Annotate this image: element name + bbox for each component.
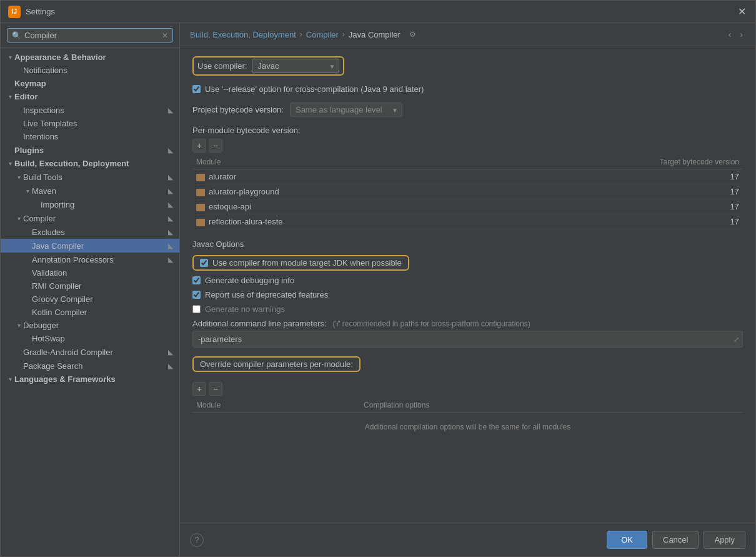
module-name: estoque-api	[209, 202, 251, 211]
sidebar-item-label: Live Templates	[23, 119, 179, 128]
cancel-button[interactable]: Cancel	[652, 531, 699, 549]
breadcrumb-sep-2: ›	[342, 30, 345, 39]
add-override-button[interactable]: +	[192, 382, 206, 396]
remove-override-button[interactable]: −	[209, 382, 222, 396]
table-row: alurator17	[192, 169, 743, 184]
module-name: reflection-alura-teste	[209, 217, 283, 226]
bytecode-label: Project bytecode version:	[192, 105, 284, 114]
sidebar-item-label: Importing	[41, 200, 166, 209]
clear-icon[interactable]: ✕	[162, 31, 168, 40]
sidebar-item-label: Annotation Processors	[32, 255, 166, 264]
javac-option-label-deprecated[interactable]: Report use of deprecated features	[205, 290, 328, 299]
arrow-icon: ▾	[6, 160, 14, 167]
release-option-label[interactable]: Use '--release' option for cross-compila…	[205, 84, 424, 94]
folder-icon	[196, 174, 205, 181]
help-button[interactable]: ?	[190, 533, 204, 547]
gear-icon: ◣	[166, 145, 176, 155]
apply-button[interactable]: Apply	[704, 531, 745, 549]
app-icon: IJ	[8, 6, 21, 18]
cmdline-input-wrap: ⤢	[192, 331, 743, 348]
sidebar-item-debugger[interactable]: ▾Debugger	[1, 319, 179, 332]
sidebar-item-languages-frameworks[interactable]: ▾Languages & Frameworks	[1, 373, 179, 386]
sidebar-item-build-exec-deploy[interactable]: ▾Build, Execution, Deployment	[1, 157, 179, 170]
sidebar-item-label: Gradle-Android Compiler	[23, 348, 166, 357]
arrow-icon: ▾	[14, 322, 23, 329]
search-input[interactable]	[24, 31, 162, 40]
add-module-button[interactable]: +	[192, 139, 206, 153]
breadcrumb-back-button[interactable]: ‹	[726, 28, 734, 41]
sidebar-item-intentions[interactable]: Intentions	[1, 130, 179, 143]
per-module-add-remove: + −	[192, 139, 743, 153]
breadcrumb-item-1[interactable]: Build, Execution, Deployment	[190, 30, 296, 39]
breadcrumb-item-2[interactable]: Compiler	[306, 30, 339, 39]
gear-icon: ◣	[166, 105, 176, 115]
sidebar-item-live-templates[interactable]: Live Templates	[1, 117, 179, 130]
gear-icon: ◣	[166, 227, 176, 237]
sidebar-item-appearance[interactable]: ▾Appearance & Behavior	[1, 51, 179, 64]
table-row: reflection-alura-teste17	[192, 214, 743, 229]
module-name-cell: reflection-alura-teste	[192, 214, 478, 229]
sidebar-item-compiler[interactable]: ▾Compiler◣	[1, 211, 179, 225]
sidebar-item-maven[interactable]: ▾Maven◣	[1, 184, 179, 198]
sidebar-item-plugins[interactable]: Plugins◣	[1, 143, 179, 157]
sidebar-item-label: Validation	[32, 268, 179, 278]
gear-icon: ◣	[166, 199, 176, 209]
javac-option-label-no-warnings[interactable]: Generate no warnings	[205, 304, 285, 314]
close-button[interactable]: ✕	[735, 6, 748, 18]
breadcrumb-forward-button[interactable]: ›	[737, 28, 745, 41]
arrow-icon: ▾	[14, 215, 23, 222]
sidebar-item-gradle-android-compiler[interactable]: Gradle-Android Compiler◣	[1, 345, 179, 359]
sidebar-item-label: Maven	[32, 186, 166, 196]
sidebar-item-keymap[interactable]: Keymap	[1, 77, 179, 90]
ok-button[interactable]: OK	[607, 531, 647, 549]
title-bar: IJ Settings ✕	[1, 1, 755, 23]
override-hint-text: Additional compilation options will be t…	[192, 413, 743, 434]
javac-option-checkbox-use-module-jdk[interactable]	[200, 259, 208, 267]
sidebar-item-rmi-compiler[interactable]: RMI Compiler	[1, 279, 179, 293]
sidebar-item-label: Package Search	[23, 361, 166, 371]
sidebar-item-label: Plugins	[14, 146, 166, 155]
javac-option-label-use-module-jdk[interactable]: Use compiler from module target JDK when…	[212, 258, 402, 268]
search-input-wrap: 🔍 ✕	[7, 28, 173, 43]
javac-option-row-no-warnings: Generate no warnings	[192, 304, 743, 314]
version-col-header: Target bytecode version	[478, 155, 743, 169]
sidebar-item-importing[interactable]: Importing◣	[1, 198, 179, 211]
sidebar-item-editor[interactable]: ▾Editor	[1, 90, 179, 103]
cmdline-input[interactable]	[192, 331, 743, 348]
sidebar-item-notifications[interactable]: Notifications	[1, 64, 179, 77]
sidebar-item-inspections[interactable]: Inspections◣	[1, 103, 179, 117]
compiler-select[interactable]: Javac Eclipse Ajc	[252, 59, 339, 73]
remove-module-button[interactable]: −	[209, 139, 222, 153]
sidebar-item-java-compiler[interactable]: Java Compiler◣	[1, 239, 179, 253]
breadcrumb-bar: Build, Execution, Deployment › Compiler …	[180, 23, 755, 46]
settings-dialog: IJ Settings ✕ 🔍 ✕ ▾Appearance & Behavior…	[0, 0, 756, 557]
javac-option-checkbox-deprecated[interactable]	[192, 291, 201, 299]
javac-option-checkbox-generate-debug[interactable]	[192, 276, 201, 284]
sidebar-item-label: Editor	[14, 92, 179, 101]
javac-option-label-generate-debug[interactable]: Generate debugging info	[205, 276, 294, 285]
gear-icon: ◣	[166, 361, 176, 371]
sidebar-item-label: Intentions	[23, 132, 179, 141]
sidebar-item-excludes[interactable]: Excludes◣	[1, 225, 179, 239]
sidebar-item-package-search[interactable]: Package Search◣	[1, 359, 179, 373]
sidebar-item-label: Kotlin Compiler	[32, 308, 179, 317]
sidebar-item-groovy-compiler[interactable]: Groovy Compiler	[1, 293, 179, 306]
sidebar-item-validation[interactable]: Validation	[1, 266, 179, 279]
gear-icon: ◣	[166, 254, 176, 264]
sidebar-item-kotlin-compiler[interactable]: Kotlin Compiler	[1, 306, 179, 319]
sidebar-tree: ▾Appearance & BehaviorNotificationsKeyma…	[1, 48, 179, 556]
override-table: Module Compilation options Additional co…	[192, 398, 743, 434]
javac-option-row-use-module-jdk: Use compiler from module target JDK when…	[192, 255, 743, 271]
bytecode-select[interactable]: Same as language level 8 11 17	[290, 103, 402, 117]
module-table: Module Target bytecode version alurator1…	[192, 155, 743, 229]
arrow-icon: ▾	[6, 54, 14, 61]
cmdline-expand-icon[interactable]: ⤢	[734, 335, 739, 343]
cmdline-label-row: Additional command line parameters: ('/'…	[192, 319, 743, 328]
sidebar-item-hotswap[interactable]: HotSwap	[1, 332, 179, 345]
dialog-title: Settings	[26, 7, 735, 16]
sidebar-item-build-tools[interactable]: ▾Build Tools◣	[1, 170, 179, 184]
javac-option-checkbox-no-warnings[interactable]	[192, 305, 201, 313]
sidebar-item-annotation-processors[interactable]: Annotation Processors◣	[1, 253, 179, 266]
use-compiler-highlight: Use compiler: Javac Eclipse Ajc ▼	[192, 56, 344, 76]
release-checkbox[interactable]	[192, 85, 201, 93]
